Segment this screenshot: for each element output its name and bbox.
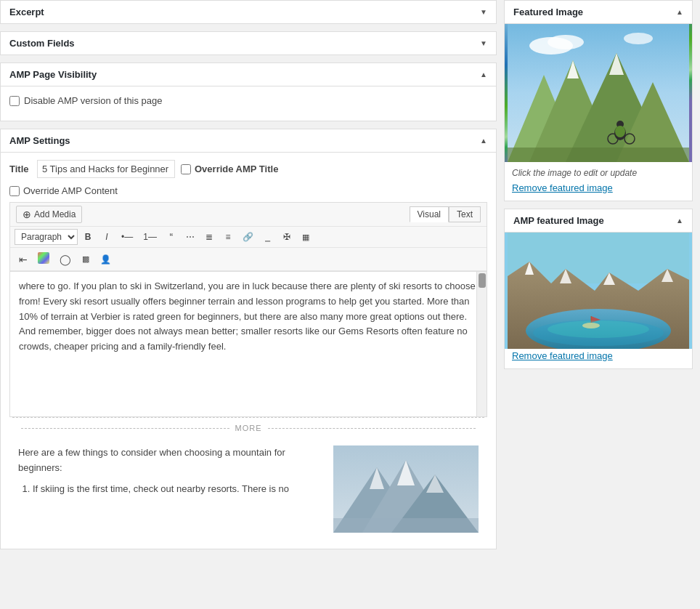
scroll-thumb [479,273,486,288]
svg-rect-7 [333,518,479,533]
undo-redo-button[interactable]: ◯ [55,251,76,267]
fullscreen-button[interactable]: ✠ [278,230,296,244]
override-amp-title-label[interactable]: Override AMP Title [181,164,278,174]
amp-visibility-content: Disable AMP version of this page [1,86,496,121]
link-button[interactable]: 🔗 [238,230,258,244]
editor-content-text[interactable]: where to go. If you plan to ski in Switz… [10,272,487,403]
custom-fields-arrow: ▼ [480,39,487,47]
custom-fields-toggle[interactable]: Custom Fields ▼ [1,32,496,55]
add-media-label: Add Media [34,209,76,219]
toolbar-row1: ⊕ Add Media Visual Text [10,203,487,227]
disable-amp-label[interactable]: Disable AMP version of this page [9,95,487,106]
amp-featured-image-svg [505,233,692,349]
featured-image-caption: Click the image to edit or update [505,162,692,181]
mountain-image-svg [333,445,479,533]
svg-point-22 [615,126,625,137]
visual-text-tabs: Visual Text [410,206,481,222]
more-line-right [268,428,476,429]
featured-image-title: Featured Image [513,7,583,17]
featured-image-section: Featured Image ▲ [504,0,693,201]
remove-featured-image-link[interactable]: Remove featured image [505,181,692,201]
special-chars-button[interactable]: ▩ [77,252,94,266]
override-amp-content-label: Override AMP Content [23,185,118,196]
amp-title-input[interactable] [37,160,175,178]
featured-image-arrow: ▲ [676,8,683,16]
amp-settings-arrow: ▲ [480,137,487,145]
amp-title-row: Title Override AMP Title [9,160,487,178]
amp-featured-image-arrow: ▲ [676,217,683,225]
person-button[interactable]: 👤 [96,252,115,267]
amp-featured-image-content: Remove featured image [505,233,692,368]
align-right-button[interactable]: ≡ [219,230,237,244]
lower-text-area: Here are a few things to consider when c… [18,445,322,533]
lower-content-image [333,445,479,533]
bold-button[interactable]: B [79,230,97,244]
featured-image-content: Click the image to edit or update Remove… [505,24,692,201]
more-line-left [21,428,229,429]
more-text: MORE [235,424,262,432]
editor-toolbar: ⊕ Add Media Visual Text Paragraph B [9,202,487,272]
amp-settings-section: AMP Settings ▲ Title Override AMP Title … [0,129,497,549]
bullet-list-button[interactable]: •— [117,230,137,244]
align-center-button[interactable]: ≣ [200,230,218,244]
svg-point-10 [548,35,584,49]
italic-button[interactable]: I [98,230,115,244]
more-divider: MORE [12,417,484,438]
override-amp-content-checkbox[interactable] [9,186,20,196]
list-item: If skiing is the first time, check out n… [33,482,322,497]
amp-featured-image-section: AMP featured Image ▲ [504,209,693,369]
override-content-row: Override AMP Content [9,185,487,196]
amp-featured-image-title: AMP featured Image [513,215,604,226]
amp-title-label: Title [9,164,31,174]
lower-content: Here are a few things to consider when c… [9,438,487,540]
svg-rect-23 [508,148,689,162]
svg-point-35 [548,320,649,338]
excerpt-arrow: ▼ [480,8,487,16]
text-tab[interactable]: Text [449,206,481,222]
featured-image-svg [505,24,692,162]
remove-amp-featured-image-link[interactable]: Remove featured image [505,349,692,368]
amp-visibility-section: AMP Page Visibility ▲ Disable AMP versio… [0,62,497,121]
override-amp-title-checkbox[interactable] [181,164,191,174]
custom-fields-section: Custom Fields ▼ [0,31,497,55]
amp-visibility-title: AMP Page Visibility [9,69,97,80]
paragraph-select[interactable]: Paragraph [15,229,78,245]
disable-amp-checkbox[interactable] [9,96,20,106]
indent-outdent-button[interactable]: ⇤ [15,251,32,267]
amp-featured-image-thumbnail[interactable] [505,233,692,349]
excerpt-toggle[interactable]: Excerpt ▼ [1,1,496,23]
toolbar-extra-row: ⇤ ◯ ▩ 👤 [10,248,487,271]
svg-point-11 [624,33,653,44]
visual-tab[interactable]: Visual [410,206,449,222]
editor-scrollbar[interactable] [476,272,487,416]
add-media-button[interactable]: ⊕ Add Media [16,206,82,223]
color-picker-button[interactable] [33,250,54,268]
blockquote-button[interactable]: “ [163,229,180,245]
numbered-list-button[interactable]: 1— [139,230,161,244]
align-left-button[interactable]: ⋯ [182,230,199,244]
table-button[interactable]: ▦ [297,230,314,244]
featured-image-thumbnail[interactable] [505,24,692,162]
featured-image-toggle[interactable]: Featured Image ▲ [505,1,692,24]
amp-featured-image-toggle[interactable]: AMP featured Image ▲ [505,209,692,233]
amp-settings-title: AMP Settings [9,135,70,146]
toolbar-format-row: Paragraph B I •— 1— “ ⋯ ≣ ≡ 🔗 ⎯ ✠ ▦ [10,227,487,248]
amp-visibility-toggle[interactable]: AMP Page Visibility ▲ [1,63,496,86]
amp-settings-toggle[interactable]: AMP Settings ▲ [1,129,496,153]
editor-area: where to go. If you plan to ski in Switz… [9,272,487,417]
amp-settings-content: Title Override AMP Title Override AMP Co… [1,153,496,549]
horizontal-rule-button[interactable]: ⎯ [259,230,277,244]
amp-visibility-arrow: ▲ [480,70,487,78]
add-media-icon: ⊕ [23,209,31,220]
excerpt-title: Excerpt [9,7,44,17]
excerpt-section: Excerpt ▼ [0,0,497,24]
custom-fields-title: Custom Fields [9,38,75,49]
